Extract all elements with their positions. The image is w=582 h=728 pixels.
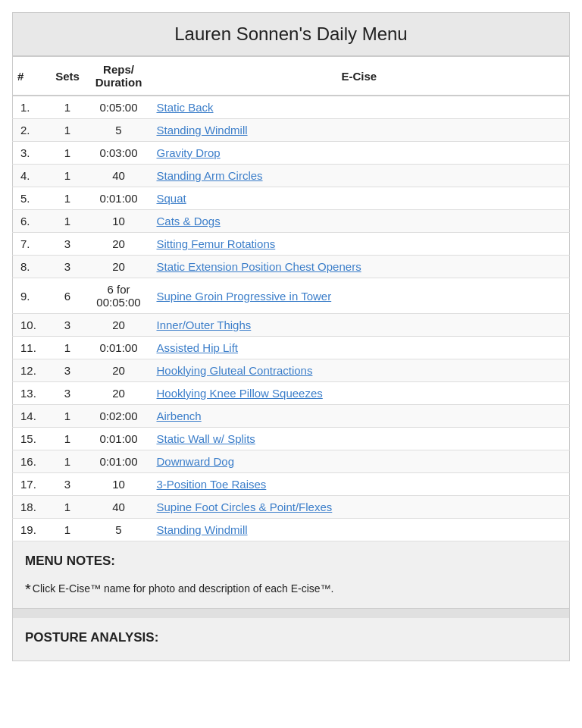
table-row: 10.320Inner/Outer Thighs	[13, 314, 570, 337]
exercise-table: # Sets Reps/Duration E-Cise 1.10:05:00St…	[12, 56, 570, 541]
notes-text: *Click E-Cise™ name for photo and descri…	[25, 578, 557, 601]
row-sets: 3	[47, 256, 89, 278]
row-sets: 6	[47, 278, 89, 314]
row-number: 17.	[13, 473, 47, 496]
row-ecise[interactable]: Airbench	[149, 405, 570, 428]
ecise-link[interactable]: Downward Dog	[157, 455, 235, 468]
row-ecise[interactable]: Static Back	[149, 96, 570, 119]
row-reps: 0:01:00	[89, 337, 149, 359]
row-ecise[interactable]: Downward Dog	[149, 450, 570, 473]
row-reps: 10	[89, 473, 149, 496]
row-reps: 0:02:00	[89, 405, 149, 428]
row-reps: 20	[89, 359, 149, 382]
row-number: 5.	[13, 187, 47, 210]
ecise-link[interactable]: Sitting Femur Rotations	[157, 237, 276, 250]
ecise-link[interactable]: Squat	[157, 192, 186, 205]
row-number: 2.	[13, 119, 47, 142]
row-sets: 1	[47, 428, 89, 450]
row-number: 13.	[13, 382, 47, 405]
row-ecise[interactable]: Squat	[149, 187, 570, 210]
row-reps: 0:01:00	[89, 187, 149, 210]
table-row: 9.66 for00:05:00Supine Groin Progressive…	[13, 278, 570, 314]
row-number: 8.	[13, 256, 47, 278]
row-sets: 3	[47, 314, 89, 337]
ecise-link[interactable]: Hooklying Knee Pillow Squeezes	[157, 387, 323, 400]
table-row: 1.10:05:00Static Back	[13, 96, 570, 119]
row-reps: 0:01:00	[89, 428, 149, 450]
row-ecise[interactable]: Standing Windmill	[149, 519, 570, 541]
row-ecise[interactable]: Assisted Hip Lift	[149, 337, 570, 359]
row-number: 7.	[13, 233, 47, 256]
row-sets: 1	[47, 450, 89, 473]
row-number: 16.	[13, 450, 47, 473]
table-row: 5.10:01:00Squat	[13, 187, 570, 210]
row-sets: 1	[47, 210, 89, 233]
row-ecise[interactable]: Cats & Dogs	[149, 210, 570, 233]
ecise-link[interactable]: Standing Windmill	[157, 523, 248, 536]
table-row: 18.140Supine Foot Circles & Point/Flexes	[13, 496, 570, 519]
header-reps: Reps/Duration	[89, 57, 149, 96]
row-number: 12.	[13, 359, 47, 382]
row-reps: 20	[89, 256, 149, 278]
row-reps: 20	[89, 382, 149, 405]
table-body: 1.10:05:00Static Back2.15Standing Windmi…	[13, 96, 570, 541]
row-ecise[interactable]: 3-Position Toe Raises	[149, 473, 570, 496]
ecise-link[interactable]: Standing Windmill	[157, 124, 248, 136]
ecise-link[interactable]: Standing Arm Circles	[157, 169, 263, 182]
row-ecise[interactable]: Static Wall w/ Splits	[149, 428, 570, 450]
table-row: 3.10:03:00Gravity Drop	[13, 142, 570, 165]
ecise-link[interactable]: Inner/Outer Thighs	[157, 318, 252, 331]
header-sets: Sets	[47, 57, 89, 96]
table-row: 13.320Hooklying Knee Pillow Squeezes	[13, 382, 570, 405]
row-sets: 1	[47, 187, 89, 210]
row-number: 18.	[13, 496, 47, 519]
ecise-link[interactable]: Gravity Drop	[157, 146, 221, 159]
row-ecise[interactable]: Gravity Drop	[149, 142, 570, 165]
row-ecise[interactable]: Hooklying Gluteal Contractions	[149, 359, 570, 382]
row-number: 10.	[13, 314, 47, 337]
row-ecise[interactable]: Inner/Outer Thighs	[149, 314, 570, 337]
header-num: #	[13, 57, 47, 96]
posture-title: POSTURE ANALYSIS:	[25, 630, 557, 645]
table-row: 12.320Hooklying Gluteal Contractions	[13, 359, 570, 382]
ecise-link[interactable]: Airbench	[157, 410, 202, 422]
row-reps: 0:01:00	[89, 450, 149, 473]
row-reps: 20	[89, 314, 149, 337]
notes-section: MENU NOTES: *Click E-Cise™ name for phot…	[12, 541, 570, 609]
row-sets: 1	[47, 405, 89, 428]
asterisk-icon: *	[25, 581, 31, 598]
ecise-link[interactable]: Assisted Hip Lift	[157, 341, 239, 354]
row-reps: 0:03:00	[89, 142, 149, 165]
row-ecise[interactable]: Supine Groin Progressive in Tower	[149, 278, 570, 314]
row-sets: 1	[47, 142, 89, 165]
table-row: 6.110Cats & Dogs	[13, 210, 570, 233]
row-ecise[interactable]: Supine Foot Circles & Point/Flexes	[149, 496, 570, 519]
row-number: 15.	[13, 428, 47, 450]
ecise-link[interactable]: Supine Groin Progressive in Tower	[157, 290, 332, 303]
table-row: 11.10:01:00Assisted Hip Lift	[13, 337, 570, 359]
row-ecise[interactable]: Hooklying Knee Pillow Squeezes	[149, 382, 570, 405]
row-number: 9.	[13, 278, 47, 314]
ecise-link[interactable]: Cats & Dogs	[157, 215, 221, 228]
ecise-link[interactable]: 3-Position Toe Raises	[157, 478, 267, 491]
row-number: 6.	[13, 210, 47, 233]
row-sets: 3	[47, 233, 89, 256]
row-ecise[interactable]: Sitting Femur Rotations	[149, 233, 570, 256]
row-ecise[interactable]: Standing Windmill	[149, 119, 570, 142]
row-reps: 20	[89, 233, 149, 256]
row-ecise[interactable]: Static Extension Position Chest Openers	[149, 256, 570, 278]
row-ecise[interactable]: Standing Arm Circles	[149, 165, 570, 187]
table-row: 4.140Standing Arm Circles	[13, 165, 570, 187]
row-reps: 5	[89, 519, 149, 541]
page-title: Lauren Sonnen's Daily Menu	[19, 24, 563, 45]
ecise-link[interactable]: Static Back	[157, 101, 214, 114]
table-row: 8.320Static Extension Position Chest Ope…	[13, 256, 570, 278]
ecise-link[interactable]: Hooklying Gluteal Contractions	[157, 364, 313, 377]
table-row: 14.10:02:00Airbench	[13, 405, 570, 428]
ecise-link[interactable]: Static Extension Position Chest Openers	[157, 260, 361, 273]
ecise-link[interactable]: Static Wall w/ Splits	[157, 432, 255, 445]
ecise-link[interactable]: Supine Foot Circles & Point/Flexes	[157, 500, 333, 513]
row-sets: 1	[47, 96, 89, 119]
row-number: 3.	[13, 142, 47, 165]
row-sets: 1	[47, 337, 89, 359]
